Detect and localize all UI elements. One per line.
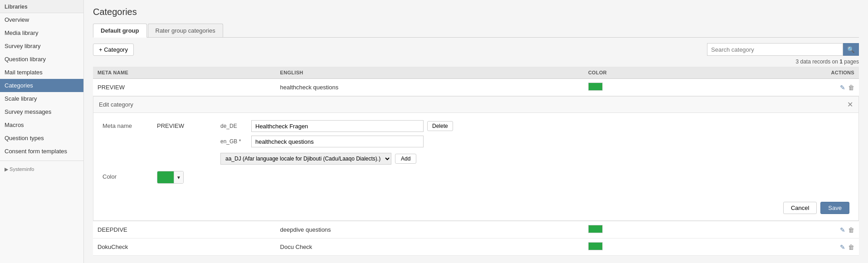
- cell-english: deepdive questions: [276, 221, 584, 239]
- sidebar-item-macros[interactable]: Macros: [0, 118, 83, 132]
- cell-meta-name: DokuCheck: [93, 239, 276, 256]
- search-button[interactable]: 🔍: [843, 43, 859, 56]
- sidebar-item-overview[interactable]: Overview: [0, 13, 83, 26]
- color-swatch: [588, 225, 603, 233]
- sidebar-item-consent-form-templates[interactable]: Consent form templates: [0, 145, 83, 158]
- systeminfo-section[interactable]: ▶ Systeminfo: [0, 164, 83, 173]
- col-header-meta-name: META NAME: [93, 67, 276, 79]
- sidebar-item-survey-messages[interactable]: Survey messages: [0, 105, 83, 118]
- tab-bar: Default group Rater group categories: [93, 24, 859, 38]
- translation-section: de_DE Delete en_GB * Delete: [220, 120, 849, 165]
- sidebar-item-scale-library[interactable]: Scale library: [0, 92, 83, 105]
- edit-panel-title: Edit category: [99, 101, 133, 108]
- add-category-button[interactable]: + Category: [93, 44, 134, 56]
- table-row: DokuCheck Docu Check ✎ 🗑: [93, 239, 859, 256]
- sidebar-item-question-types[interactable]: Question types: [0, 132, 83, 145]
- search-icon: 🔍: [847, 46, 855, 53]
- sidebar-header: Libraries: [0, 0, 83, 13]
- col-header-color: COLOR: [584, 67, 711, 79]
- main-content: Categories Default group Rater group cat…: [84, 0, 868, 263]
- col-header-actions: ACTIONS: [711, 67, 859, 79]
- cell-english: Docu Check: [276, 239, 584, 256]
- locale-label-en: en_GB *: [220, 138, 248, 145]
- translation-input-de[interactable]: [251, 120, 424, 132]
- edit-panel-row: Edit category ✕ Meta name PREVIEW de_D: [93, 96, 859, 221]
- add-locale-button[interactable]: Add: [395, 154, 416, 164]
- delete-icon[interactable]: 🗑: [848, 84, 854, 91]
- delete-icon[interactable]: 🗑: [848, 226, 854, 234]
- sidebar-item-categories[interactable]: Categories: [0, 79, 83, 92]
- meta-name-label: Meta name: [102, 120, 148, 129]
- edit-panel-header: Edit category ✕: [93, 97, 858, 113]
- tab-rater-group-categories[interactable]: Rater group categories: [148, 24, 223, 37]
- data-info: 3 data records on 1 pages: [93, 58, 859, 65]
- page-title: Categories: [93, 7, 859, 17]
- meta-name-value: PREVIEW: [157, 120, 211, 129]
- color-label: Color: [102, 171, 148, 180]
- categories-table: META NAME ENGLISH COLOR ACTIONS PREVIEW …: [93, 67, 859, 256]
- edit-panel: Edit category ✕ Meta name PREVIEW de_D: [93, 96, 859, 221]
- edit-actions: Cancel Save: [93, 197, 858, 220]
- sidebar: Libraries Overview Media library Survey …: [0, 0, 84, 263]
- edit-icon[interactable]: ✎: [840, 84, 845, 91]
- table-row: DEEPDIVE deepdive questions ✎ 🗑: [93, 221, 859, 239]
- color-block: [157, 171, 174, 183]
- meta-name-row: Meta name PREVIEW de_DE Delete: [102, 120, 849, 165]
- translation-row-en: en_GB * Delete: [220, 136, 849, 147]
- tab-default-group[interactable]: Default group: [93, 24, 147, 38]
- cell-color: [584, 79, 711, 96]
- search-input[interactable]: [707, 43, 843, 56]
- table-row: PREVIEW healthcheck questions ✎ 🗑: [93, 79, 859, 96]
- edit-icon[interactable]: ✎: [840, 244, 845, 251]
- color-row: Color ▼: [102, 171, 849, 184]
- close-icon[interactable]: ✕: [847, 100, 853, 109]
- locale-add-row: aa_DJ (Afar language locale for Djibouti…: [220, 153, 849, 165]
- cell-color: [584, 239, 711, 256]
- cell-meta-name: DEEPDIVE: [93, 221, 276, 239]
- toolbar: + Category 🔍: [93, 43, 859, 56]
- col-header-english: ENGLISH: [276, 67, 584, 79]
- edit-panel-body: Meta name PREVIEW de_DE Delete: [93, 113, 858, 197]
- locale-select[interactable]: aa_DJ (Afar language locale for Djibouti…: [220, 153, 391, 165]
- color-dropdown[interactable]: ▼: [157, 171, 184, 184]
- cell-meta-name: PREVIEW: [93, 79, 276, 96]
- search-container: 🔍: [707, 43, 859, 56]
- translation-input-en[interactable]: [251, 136, 424, 147]
- cell-color: [584, 221, 711, 239]
- cell-english: healthcheck questions: [276, 79, 584, 96]
- edit-icon[interactable]: ✎: [840, 226, 845, 234]
- cell-actions: ✎ 🗑: [711, 239, 859, 256]
- locale-label-de: de_DE: [220, 123, 248, 129]
- color-swatch: [588, 242, 603, 250]
- color-dropdown-arrow[interactable]: ▼: [174, 171, 183, 183]
- delete-icon[interactable]: 🗑: [848, 244, 854, 251]
- color-swatch: [588, 83, 603, 91]
- translation-row-de: de_DE Delete: [220, 120, 849, 132]
- cancel-button[interactable]: Cancel: [783, 202, 817, 214]
- delete-translation-de-button[interactable]: Delete: [427, 121, 453, 131]
- save-button[interactable]: Save: [820, 202, 849, 214]
- cell-actions: ✎ 🗑: [711, 221, 859, 239]
- sidebar-item-mail-templates[interactable]: Mail templates: [0, 66, 83, 79]
- cell-actions: ✎ 🗑: [711, 79, 859, 96]
- sidebar-item-survey-library[interactable]: Survey library: [0, 39, 83, 53]
- sidebar-item-media-library[interactable]: Media library: [0, 26, 83, 39]
- sidebar-item-question-library[interactable]: Question library: [0, 53, 83, 66]
